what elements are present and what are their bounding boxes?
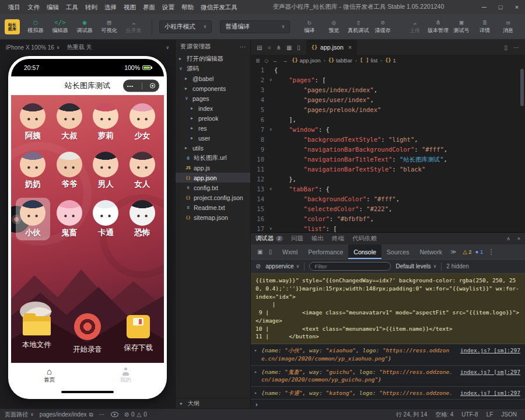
toolbar-button-clearcache[interactable]: ⊘清缓存: [372, 19, 394, 34]
toolbar-button-upload[interactable]: ☁上传: [404, 19, 426, 34]
capsule-menu[interactable]: •••: [123, 80, 159, 92]
copy-icon[interactable]: ⧉: [89, 411, 93, 418]
menu-item[interactable]: 设置: [159, 0, 178, 14]
code-line[interactable]: 11 "navigationBarTextStyle": "black": [251, 164, 525, 174]
editor-scrollbar[interactable]: [520, 69, 524, 106]
menu-more-icon[interactable]: ⋮: [488, 248, 495, 256]
menu-item[interactable]: 文件: [24, 0, 43, 14]
files-icon[interactable]: ▤: [257, 44, 262, 51]
devtools-tab-network[interactable]: Network: [414, 244, 447, 259]
preview-window-icon[interactable]: ▯: [297, 44, 300, 51]
inspect-icon[interactable]: ▣: [257, 249, 262, 255]
voice-category[interactable]: 鬼畜: [52, 198, 87, 240]
tree-item[interactable]: ∨pages: [176, 93, 250, 103]
chevron-down-icon[interactable]: ∨: [166, 45, 169, 50]
page-path[interactable]: pages/index/index ⧉: [40, 411, 93, 418]
debugger-tab-代码依赖[interactable]: 代码依赖: [352, 235, 377, 243]
device-select[interactable]: iPhone X 100% 16 ∨: [6, 44, 60, 51]
list-icon[interactable]: ≣: [256, 57, 260, 64]
device-toolbar-icon[interactable]: ▯: [268, 249, 272, 255]
back-icon[interactable]: ←: [272, 57, 278, 64]
voice-category[interactable]: 恐怖: [125, 198, 160, 240]
menu-item[interactable]: 工具: [62, 0, 82, 14]
code-editor[interactable]: 1{2∨ "pages": [3 "pages/index/index",4 "…: [251, 65, 525, 232]
capsule-close-icon[interactable]: [150, 83, 155, 89]
code-line[interactable]: 13∨ "tabBar": {: [251, 184, 525, 194]
toolbar-button-simulator[interactable]: ▢模拟器: [24, 19, 47, 34]
menu-item[interactable]: 选择: [101, 0, 120, 14]
voice-category[interactable]: 奶奶: [16, 149, 50, 192]
toolbar-button-details[interactable]: ≣详情: [474, 19, 496, 34]
code-line[interactable]: 17∨ "list": [: [251, 224, 525, 232]
toolbar-button-message[interactable]: ✉消息: [497, 19, 519, 34]
toolbar-button-compile[interactable]: ↻编译: [298, 19, 320, 34]
tree-item[interactable]: {}project.config.json: [176, 192, 250, 202]
mode-select[interactable]: 小程序模式 ∨: [159, 20, 212, 33]
menu-item[interactable]: 微信开发工具: [197, 0, 241, 14]
problems-indicator[interactable]: ⊘ 0 △ 0: [124, 411, 147, 418]
breadcrumb-item[interactable]: {}tabBar: [328, 57, 352, 64]
explorer-section[interactable]: ▸打开的编辑器: [176, 54, 250, 64]
tree-item[interactable]: ▸@babel: [176, 74, 250, 83]
forward-icon[interactable]: →: [282, 57, 288, 64]
home-indicator[interactable]: [61, 391, 114, 393]
tree-item[interactable]: JSapp.js: [176, 163, 250, 173]
compile-mode-select[interactable]: 普通编译 ∨: [220, 20, 290, 33]
phone-tab-home[interactable]: ⌂首页: [11, 363, 88, 387]
code-line[interactable]: 8 "backgroundTextStyle": "light",: [251, 135, 525, 145]
toolbar-button-version[interactable]: ⋔版本管理: [427, 19, 449, 34]
clear-console-icon[interactable]: ⊘: [256, 262, 261, 270]
tab-app-json[interactable]: {} app.json ×: [306, 40, 358, 55]
code-line[interactable]: 4 "pages/user/index",: [251, 95, 525, 105]
toolbar-button-preview[interactable]: ◎预览: [323, 19, 345, 34]
voice-category[interactable]: 卡通: [89, 198, 123, 240]
more-icon[interactable]: ⋯: [240, 43, 246, 50]
action-folder[interactable]: 本地文件: [22, 313, 51, 355]
voice-category[interactable]: 大叔: [52, 101, 87, 144]
toolbar-button-visual[interactable]: ▤可视化: [98, 19, 120, 34]
bookmark-icon[interactable]: ◇: [264, 57, 268, 64]
voice-category[interactable]: 阿姨: [16, 101, 50, 144]
tree-item[interactable]: ▸utils: [176, 143, 250, 153]
voice-category[interactable]: 男人: [89, 149, 123, 192]
console-log-entry[interactable]: ▸index.js? [sm]:297{name: "卡通", way: "ka…: [251, 387, 525, 399]
statusbar-item[interactable]: 空格: 4: [435, 411, 453, 419]
voice-category[interactable]: 少女: [125, 101, 160, 144]
code-line[interactable]: 12 },: [251, 174, 525, 184]
statusbar-item[interactable]: 行 24, 列 14: [396, 411, 427, 419]
overflow-icon[interactable]: ≫: [450, 249, 456, 255]
code-line[interactable]: 2∨ "pages": [: [251, 75, 525, 85]
console-entries[interactable]: {{item.way}}" style="{{onChangedWay==idx…: [251, 274, 525, 399]
breadcrumb-item[interactable]: [ ]list: [360, 57, 377, 64]
toolbar-button-realdevice[interactable]: ▯真机调试: [347, 19, 369, 34]
maximize-icon[interactable]: □: [492, 0, 509, 14]
action-record[interactable]: 开始录音: [73, 313, 102, 355]
statusbar-item[interactable]: LF: [487, 411, 494, 419]
tree-item[interactable]: ▸user: [176, 133, 250, 143]
collapse-icon[interactable]: ∧: [506, 236, 510, 242]
action-save[interactable]: 保存下载: [124, 313, 153, 355]
tree-item[interactable]: {}app.json: [176, 173, 250, 183]
code-line[interactable]: 5 "pages/prelook/index": [251, 105, 525, 115]
toolbar-button-editor[interactable]: </>编辑器: [49, 19, 71, 34]
console-prompt[interactable]: ›: [251, 399, 525, 408]
phone-tab-profile[interactable]: 我的: [88, 363, 164, 387]
tree-item[interactable]: @站长图库.url: [176, 153, 250, 163]
breadcrumb-item[interactable]: {}1: [385, 57, 396, 64]
close-icon[interactable]: ×: [517, 236, 520, 242]
git-icon[interactable]: ⋔: [276, 44, 281, 51]
tree-item[interactable]: ▸res: [176, 123, 250, 133]
code-line[interactable]: 14 "backgroundColor": "#fff",: [251, 194, 525, 204]
levels-select[interactable]: Default levels ∨: [396, 263, 436, 270]
tree-item[interactable]: ▸components: [176, 83, 250, 93]
menu-item[interactable]: 帮助: [178, 0, 197, 14]
eye-icon[interactable]: [111, 412, 118, 417]
debugger-tab-输出[interactable]: 输出: [312, 235, 324, 243]
tree-item[interactable]: ≡Readme.txt: [176, 202, 250, 212]
minimize-icon[interactable]: ─: [476, 0, 492, 14]
console-warning-block[interactable]: {{item.way}}" style="{{onChangedWay==idx…: [251, 274, 525, 344]
close-icon[interactable]: ×: [348, 44, 352, 51]
expand-arrow-icon[interactable]: ▸: [254, 369, 257, 376]
voice-category[interactable]: 爷爷: [52, 149, 87, 192]
tree-item[interactable]: ≡config.txt: [176, 183, 250, 192]
